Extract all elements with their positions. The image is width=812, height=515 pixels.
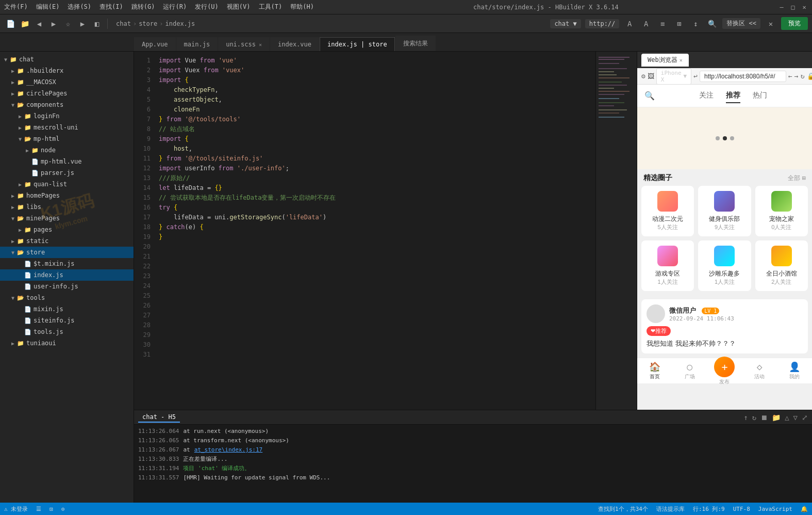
sidebar-item-node[interactable]: ▶ 📁 node	[0, 144, 134, 156]
menu-jump[interactable]: 跳转(G)	[131, 3, 155, 11]
menu-view[interactable]: 视图(V)	[227, 3, 251, 11]
menu-bar[interactable]: 文件(F) 编辑(E) 选择(S) 查找(I) 跳转(G) 运行(R) 发行(U…	[4, 3, 314, 11]
run-btn[interactable]: ▶	[76, 18, 89, 30]
sidebar-item-loginfn[interactable]: ▶ 📁 loginFn	[0, 110, 134, 122]
browser-lock[interactable]: 🔒	[807, 71, 812, 82]
group-item-4[interactable]: 沙雕乐趣多 1人关注	[698, 240, 751, 291]
bottom-nav-square[interactable]: ○ 广场	[672, 361, 707, 380]
sidebar-item-homepages[interactable]: ▶ 📁 homePages	[0, 190, 134, 201]
close-toolbar-btn[interactable]: ✕	[765, 18, 777, 30]
close-browser-tab[interactable]: ✕	[680, 57, 683, 63]
align-btn[interactable]: ≡	[656, 18, 669, 30]
post-button[interactable]: +	[714, 357, 735, 377]
browser-screenshot[interactable]: 🖼	[648, 71, 654, 82]
sidebar-item-tmixin[interactable]: ▶ 📄 $t.mixin.js	[0, 258, 134, 269]
status-language[interactable]: JavaScript	[758, 506, 792, 512]
sidebar-item-macosx[interactable]: ▶ 📁 __MACOSX	[0, 76, 134, 88]
browser-forward[interactable]: →	[794, 71, 799, 82]
menu-select[interactable]: 选择(S)	[68, 3, 91, 11]
browser-tab-web[interactable]: Web浏览器 ✕	[641, 54, 689, 67]
sidebar-item-store[interactable]: ▼ 📂 store	[0, 247, 134, 258]
sidebar-root-item[interactable]: ▼ 📁 chat	[0, 54, 134, 65]
sidebar-item-libs[interactable]: ▶ 📁 libs	[0, 201, 134, 213]
breadcrumb-chat[interactable]: chat	[116, 20, 131, 27]
sidebar-item-mphtml-vue[interactable]: ▶ 📄 mp-html.vue	[0, 156, 134, 167]
sidebar-item-toolsjs[interactable]: ▶ 📄 tools.js	[0, 326, 134, 337]
sidebar-item-components[interactable]: ▼ 📂 components	[0, 99, 134, 110]
status-outline-btn[interactable]: ☰	[36, 506, 41, 512]
rotate-btn[interactable]: ↩	[693, 71, 698, 82]
sidebar-item-userinfo[interactable]: ▶ 📄 user-info.js	[0, 281, 134, 292]
tab-follow[interactable]: 关注	[699, 89, 714, 103]
font-size-btn[interactable]: A	[623, 18, 636, 30]
bottom-nav-mine[interactable]: 👤 我的	[777, 361, 812, 380]
banner-dot-2[interactable]	[723, 136, 727, 140]
status-diff-btn[interactable]: ⊡	[49, 506, 53, 512]
banner-dot-3[interactable]	[730, 136, 734, 140]
new-file-btn[interactable]: 📄	[4, 18, 16, 30]
console-refresh-btn[interactable]: ↻	[752, 413, 756, 422]
sidebar-item-indexjs[interactable]: ▶ 📄 index.js	[0, 269, 134, 281]
explorer-btn[interactable]: ◧	[91, 18, 103, 30]
console-down-btn[interactable]: ▽	[793, 413, 798, 422]
tab-recommend[interactable]: 推荐	[726, 89, 740, 103]
tab-search[interactable]: 搜索结果	[395, 36, 436, 51]
sidebar-item-pages[interactable]: ▶ 📁 pages	[0, 224, 134, 235]
browser-settings[interactable]: ⚙	[641, 71, 645, 82]
code-editor[interactable]: import Vue from 'vue'import Vuex from 'v…	[155, 52, 595, 410]
browser-refresh[interactable]: ↻	[801, 71, 805, 82]
tab-indexjs[interactable]: index.js | store	[320, 37, 395, 51]
breadcrumb-store[interactable]: store	[139, 20, 157, 27]
close-uniscss[interactable]: ✕	[259, 42, 262, 47]
maximize-btn[interactable]: □	[789, 4, 797, 11]
menu-publish[interactable]: 发行(U)	[195, 3, 219, 11]
sidebar-item-circlepages[interactable]: ▶ 📁 circlePages	[0, 88, 134, 99]
console-maximize-btn[interactable]: ⤢	[802, 413, 808, 422]
open-folder-btn[interactable]: 📁	[19, 18, 31, 30]
breadcrumb-file[interactable]: index.js	[165, 20, 195, 27]
group-item-3[interactable]: 游戏专区 1人关注	[641, 240, 694, 291]
sidebar-item-siteinfojs[interactable]: ▶ 📄 siteinfo.js	[0, 315, 134, 326]
sidebar-item-tuniaoui[interactable]: ▶ 📁 tuniaoui	[0, 337, 134, 349]
status-more-btn[interactable]: ⊙	[61, 506, 65, 512]
group-item-0[interactable]: 动漫二次元 5人关注	[641, 186, 694, 236]
tab-mainjs[interactable]: main.js	[176, 37, 218, 51]
menu-file[interactable]: 文件(F)	[4, 3, 28, 11]
bold-btn[interactable]: A	[640, 18, 652, 30]
tab-hot[interactable]: 热门	[753, 89, 767, 103]
sidebar-item-hbuilderx[interactable]: ▶ 📁 .hbuilderx	[0, 65, 134, 76]
diff-btn[interactable]: ⊞	[673, 18, 685, 30]
sidebar-item-quanlist[interactable]: ▶ 📁 quan-list	[0, 179, 134, 190]
menu-run[interactable]: 运行(R)	[163, 3, 187, 11]
search-icon[interactable]: 🔍	[641, 88, 658, 104]
window-controls[interactable]: — □ ✕	[778, 4, 808, 11]
code-panel[interactable]: 1234567891011121314151617181920212223242…	[134, 52, 637, 410]
sidebar-item-mescroll[interactable]: ▶ 📁 mescroll-uni	[0, 122, 134, 133]
sidebar-item-tools[interactable]: ▼ 📂 tools	[0, 292, 134, 303]
url-indicator[interactable]: http://	[585, 19, 620, 28]
back-btn[interactable]: ◀	[33, 18, 45, 30]
sidebar-item-minepages[interactable]: ▼ 📂 minePages	[0, 213, 134, 224]
bottom-nav-home[interactable]: 🏠 首页	[637, 361, 672, 380]
status-syntax-lib[interactable]: 语法提示库	[656, 505, 685, 513]
console-stop-btn[interactable]: ⏹	[760, 413, 768, 422]
minimize-btn[interactable]: —	[778, 4, 785, 11]
menu-find[interactable]: 查找(I)	[100, 3, 123, 11]
sidebar-item-static[interactable]: ▶ 📁 static	[0, 235, 134, 247]
close-btn[interactable]: ✕	[801, 4, 808, 11]
tab-appvue[interactable]: App.vue	[134, 37, 176, 51]
sidebar-item-mixinjs[interactable]: ▶ 📄 mixin.js	[0, 303, 134, 315]
console-up-btn[interactable]: △	[785, 413, 789, 422]
browser-back[interactable]: ←	[788, 71, 792, 82]
preview-button[interactable]: 预览	[781, 17, 808, 30]
tab-uniscss[interactable]: uni.scss ✕	[218, 37, 270, 51]
bottom-nav-post[interactable]: + 发布	[707, 357, 742, 385]
bottom-nav-activity[interactable]: ◇ 活动	[742, 361, 777, 380]
console-tab-chat[interactable]: chat - H5	[138, 412, 180, 423]
group-item-2[interactable]: 宠物之家 0人关注	[755, 186, 808, 236]
menu-help[interactable]: 帮助(H)	[290, 3, 314, 11]
group-item-1[interactable]: 健身俱乐部 9人关注	[698, 186, 751, 236]
bookmark-btn[interactable]: ☆	[62, 18, 74, 30]
console-link-2[interactable]: at_store\index.js:17	[194, 445, 262, 455]
forward-btn[interactable]: ▶	[47, 18, 60, 30]
